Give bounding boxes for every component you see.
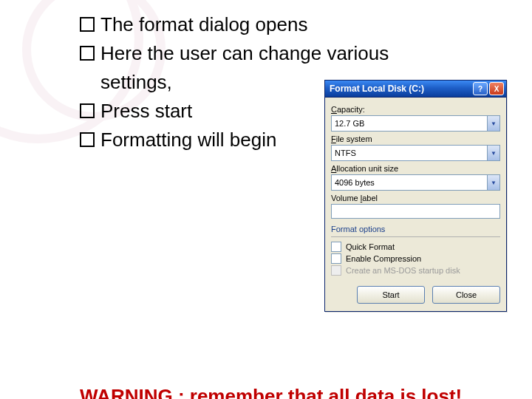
format-dialog: Format Local Disk (C:) ? X Capacity: 12.… <box>324 80 507 312</box>
filesystem-value: NTFS <box>332 149 487 157</box>
enable-compression-label: Enable Compression <box>346 254 421 263</box>
help-button[interactable]: ? <box>473 82 488 95</box>
warning-text: WARNING : remember that all data is lost… <box>80 385 462 399</box>
divider <box>331 236 500 237</box>
msdos-startup-label: Create an MS-DOS startup disk <box>346 266 460 275</box>
bullet-icon <box>80 103 95 118</box>
format-options-legend: Format options <box>331 225 500 233</box>
bullet-icon <box>80 17 95 32</box>
capacity-label: Capacity: <box>331 105 500 114</box>
allocation-value: 4096 bytes <box>332 178 487 187</box>
start-button[interactable]: Start <box>357 286 425 304</box>
window-title: Format Local Disk (C:) <box>330 83 471 94</box>
volume-label-input[interactable] <box>331 204 500 219</box>
bullet-icon <box>80 46 95 61</box>
filesystem-select[interactable]: NTFS ▼ <box>331 145 500 161</box>
close-dialog-button[interactable]: Close <box>432 286 500 304</box>
volume-label-label: Volume label <box>331 194 500 202</box>
chevron-down-icon[interactable]: ▼ <box>487 116 499 131</box>
close-button[interactable]: X <box>489 82 504 95</box>
chevron-down-icon[interactable]: ▼ <box>487 175 499 190</box>
bullet-4: Formatting will begin <box>100 129 276 151</box>
capacity-value: 12.7 GB <box>332 119 487 128</box>
checkbox-icon <box>331 242 341 252</box>
chevron-down-icon[interactable]: ▼ <box>487 146 499 160</box>
quick-format-checkbox[interactable]: Quick Format <box>331 242 500 252</box>
msdos-startup-checkbox: Create an MS-DOS startup disk <box>331 265 500 276</box>
bullet-icon <box>80 132 95 147</box>
capacity-select[interactable]: 12.7 GB ▼ <box>331 115 500 132</box>
filesystem-label: File system <box>331 134 500 143</box>
bullet-2-cont: settings, <box>100 71 172 93</box>
checkbox-icon <box>331 253 341 264</box>
enable-compression-checkbox[interactable]: Enable Compression <box>331 253 500 264</box>
bullet-2: Here the user can change various <box>100 42 389 64</box>
titlebar[interactable]: Format Local Disk (C:) ? X <box>325 81 506 98</box>
allocation-select[interactable]: 4096 bytes ▼ <box>331 174 500 191</box>
quick-format-label: Quick Format <box>346 242 395 251</box>
allocation-label: Allocation unit size <box>331 164 500 173</box>
bullet-1: The format dialog opens <box>100 13 307 35</box>
bullet-3: Press start <box>100 100 192 122</box>
checkbox-icon <box>331 265 341 276</box>
